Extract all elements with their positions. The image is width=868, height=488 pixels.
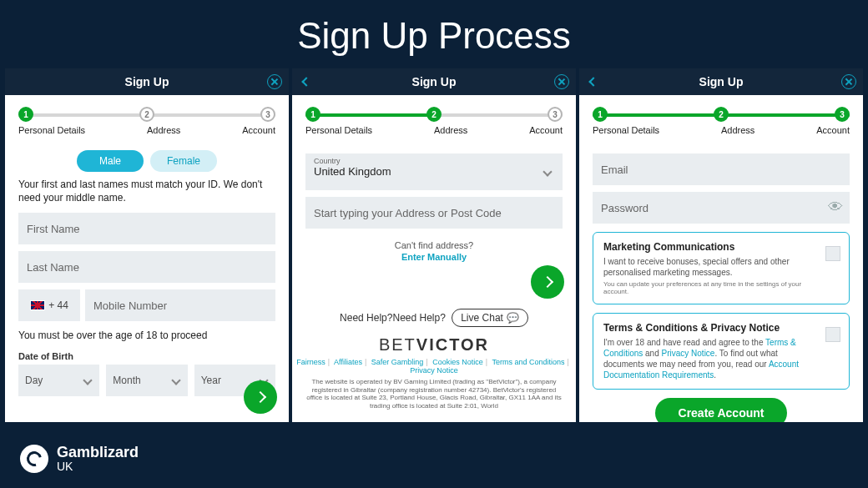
card-header: Sign Up [5,68,289,95]
close-icon [845,78,852,85]
progress-bar: 1 2 3 [18,113,275,117]
country-code-select[interactable]: + 44 [18,289,80,321]
step-label: Personal Details [593,125,659,135]
card-header: Sign Up [292,68,576,95]
chevron-right-icon [255,391,266,403]
marketing-text: I want to receive bonuses, special offer… [603,256,815,278]
betvictor-logo: BETVICTOR [292,335,576,355]
live-chat-label: Live Chat [461,312,503,324]
card-header: Sign Up [579,68,863,95]
footer-link[interactable]: Fairness [296,358,326,366]
progress-bar: 1 2 3 [593,113,850,117]
step-label: Address [434,125,467,135]
brand-footer: Gamblizard UK [20,445,139,473]
marketing-checkbox[interactable] [825,246,840,261]
gender-male-button[interactable]: Male [77,150,144,172]
terms-consent-box: Terms & Conditions & Privacy Notice I'm … [593,313,850,390]
back-button[interactable] [299,74,314,89]
step-labels: Personal Details Address Account [18,125,275,135]
step-labels: Personal Details Address Account [593,125,850,135]
step-label: Account [816,125,850,135]
step-label: Personal Details [305,125,372,135]
footer-link[interactable]: Affiliates [334,358,362,366]
step-dot-3: 3 [260,107,275,122]
close-icon [271,78,278,85]
country-select[interactable]: Country United Kingdom [305,153,563,190]
header-title: Sign Up [125,75,169,88]
select-text: Year [201,375,221,386]
step-label: Address [147,125,180,135]
step-label: Personal Details [18,125,85,135]
step-dot-3: 3 [835,107,850,122]
next-button[interactable] [244,380,277,414]
progress-bar: 1 2 3 [305,113,563,117]
step-dot-1: 1 [18,107,33,122]
privacy-link[interactable]: Privacy Notice [662,349,715,358]
header-title: Sign Up [699,75,744,88]
marketing-title: Marketing Communications [603,241,815,253]
last-name-input[interactable] [18,251,275,283]
chevron-down-icon [171,375,180,385]
step-label: Address [721,125,754,135]
live-chat-button[interactable]: Live Chat 💬 [452,309,528,327]
step-dot-1: 1 [593,107,608,122]
gamblizard-logo-icon [20,445,48,473]
step-labels: Personal Details Address Account [305,125,563,135]
select-text: Day [25,375,43,386]
footer-link[interactable]: Cookies Notice [432,358,483,366]
terms-title: Terms & Conditions & Privacy Notice [603,322,815,334]
page-title: Sign Up Process [0,0,868,68]
first-name-input[interactable] [18,213,275,244]
gender-female-button[interactable]: Female [150,150,217,172]
next-button[interactable] [531,265,564,299]
chevron-right-icon [542,276,553,288]
address-input[interactable] [305,197,563,229]
dob-month-select[interactable]: Month [106,365,187,396]
help-text: Need Help?Need Help? [340,312,446,324]
uk-flag-icon [30,300,45,310]
footer-link[interactable]: Privacy Notice [410,366,458,375]
country-value: United Kingdom [314,165,554,178]
back-button[interactable] [586,74,601,89]
chat-icon: 💬 [507,312,519,324]
step-dot-2: 2 [139,107,154,122]
step-dot-1: 1 [305,107,320,122]
country-label: Country [314,157,554,165]
cc-text: + 44 [48,299,68,311]
terms-text: I'm over 18 and have read and agree to t… [603,337,815,380]
close-button[interactable] [267,74,282,89]
footer-link[interactable]: Safer Gambling [371,358,424,366]
enter-manually-link[interactable]: Enter Manually [292,252,576,262]
dob-label: Date of Birth [18,351,275,361]
card-step-3: Sign Up 1 2 3 Personal Details Address A… [579,68,863,422]
step-dot-2: 2 [426,107,442,122]
mobile-input[interactable] [85,289,275,321]
name-note: Your first and last names must match you… [18,179,275,204]
header-title: Sign Up [412,75,457,88]
age-note: You must be over the age of 18 to procee… [18,330,275,343]
password-input[interactable] [593,192,850,224]
email-input[interactable] [593,153,850,185]
close-button[interactable] [841,74,856,89]
card-step-1: Sign Up 1 2 3 Personal Details Address A… [5,68,289,422]
step-dot-2: 2 [714,107,729,122]
select-text: Month [113,375,140,386]
brand-name: Gamblizard [57,445,139,460]
chevron-left-icon [588,77,598,86]
brand-sub: UK [57,460,139,473]
step-dot-3: 3 [548,107,563,122]
dob-day-select[interactable]: Day [18,365,99,396]
close-button[interactable] [554,74,569,89]
chevron-left-icon [301,77,310,86]
create-account-button[interactable]: Create Account [655,398,788,422]
legal-text: The website is operated by BV Gaming Lim… [292,375,576,410]
terms-checkbox[interactable] [825,327,840,342]
marketing-sub: You can update your preferences at any t… [603,280,815,295]
card-step-2: Sign Up 1 2 3 Personal Details Address A… [292,68,576,422]
cant-find-text: Can't find address? [292,240,576,250]
footer-link[interactable]: Terms and Conditions [492,358,564,366]
footer-links: Fairness| Affiliates| Safer Gambling| Co… [292,358,576,375]
close-icon [558,78,565,85]
step-label: Account [242,125,275,135]
show-password-icon[interactable]: 👁 [828,199,843,216]
